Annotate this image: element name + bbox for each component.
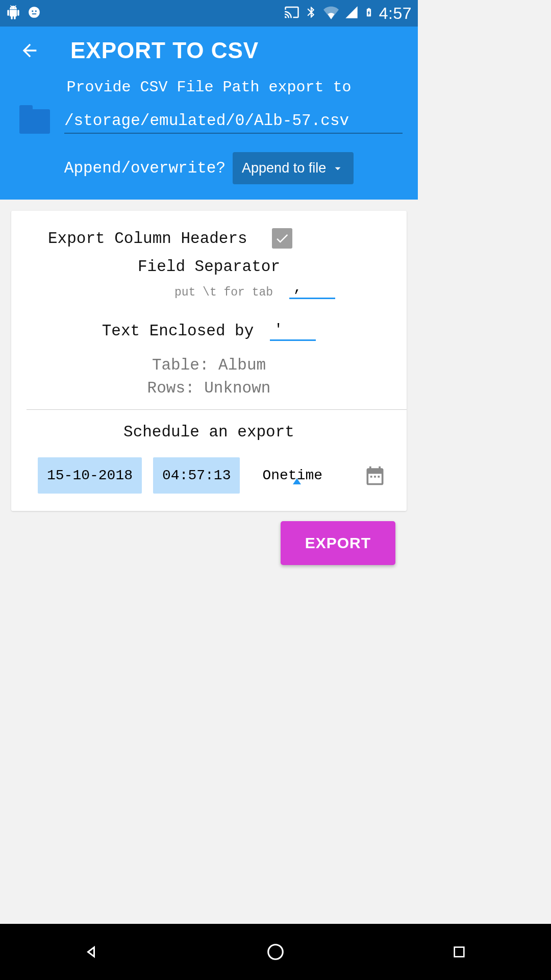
back-button[interactable]	[19, 40, 40, 61]
status-time: 4:57	[379, 4, 412, 23]
table-name-label: Table: Album	[11, 356, 407, 374]
export-headers-checkbox[interactable]	[272, 228, 292, 249]
schedule-date-chip[interactable]: 15-10-2018	[38, 457, 142, 494]
svg-point-2	[35, 10, 37, 12]
svg-point-0	[29, 7, 40, 18]
field-separator-label: Field Separator	[138, 258, 280, 276]
signal-icon	[344, 5, 359, 22]
recurrence-select[interactable]: Onetime	[262, 468, 322, 483]
chevron-down-icon	[331, 162, 344, 175]
append-mode-select[interactable]: Append to file	[233, 152, 354, 184]
text-enclosed-input[interactable]	[270, 321, 316, 341]
svg-rect-3	[32, 13, 37, 14]
status-bar: 4:57	[0, 0, 418, 27]
calendar-icon[interactable]	[364, 464, 386, 487]
export-headers-label: Export Column Headers	[48, 230, 247, 248]
wifi-icon	[323, 5, 339, 22]
header-panel: EXPORT TO CSV Provide CSV File Path expo…	[0, 27, 418, 200]
divider	[27, 409, 407, 410]
folder-icon[interactable]	[19, 109, 50, 134]
file-path-input[interactable]	[64, 110, 403, 134]
schedule-time-chip[interactable]: 04:57:13	[153, 457, 240, 494]
page-title: EXPORT TO CSV	[70, 38, 259, 63]
svg-point-1	[32, 10, 33, 12]
rows-count-label: Rows: Unknown	[11, 379, 407, 397]
export-button[interactable]: EXPORT	[281, 521, 395, 565]
file-path-label: Provide CSV File Path export to	[0, 76, 418, 109]
append-mode-value: Append to file	[242, 160, 326, 176]
android-icon	[6, 5, 20, 22]
cast-icon	[284, 5, 299, 22]
export-options-card: Export Column Headers Field Separator pu…	[11, 211, 407, 511]
battery-icon	[364, 5, 374, 22]
field-separator-input[interactable]	[289, 279, 335, 299]
debug-icon	[28, 6, 41, 21]
append-mode-label: Append/overwrite?	[64, 159, 226, 177]
text-enclosed-label: Text Enclosed by	[102, 322, 254, 340]
schedule-export-label: Schedule an export	[11, 423, 407, 441]
field-separator-hint: put \t for tab	[174, 286, 273, 299]
bluetooth-icon	[305, 5, 318, 22]
